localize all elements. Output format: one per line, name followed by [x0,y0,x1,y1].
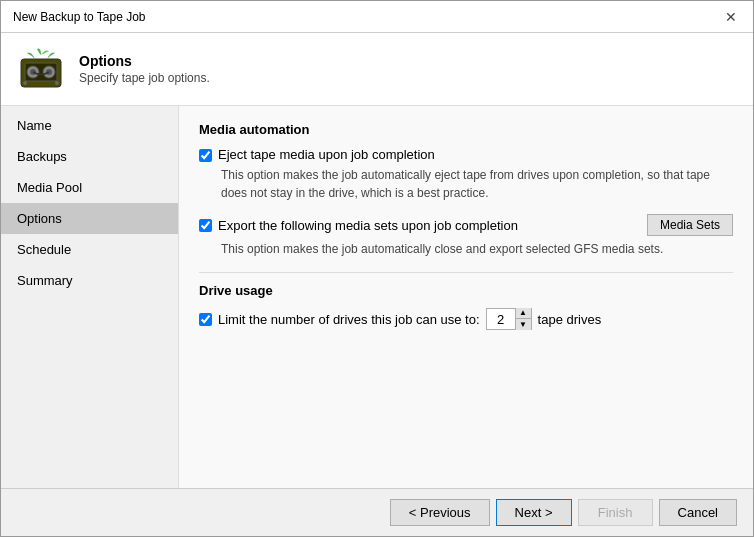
eject-label[interactable]: Eject tape media upon job completion [218,147,435,162]
drive-count-spinner: ▲ ▼ [486,308,532,330]
eject-checkbox[interactable] [199,149,212,162]
sidebar: Name Backups Media Pool Options Schedule… [1,106,179,488]
limit-drives-label[interactable]: Limit the number of drives this job can … [218,312,480,327]
tape-job-icon [17,45,65,93]
eject-option-row: Eject tape media upon job completion [199,147,733,162]
drive-usage-title: Drive usage [199,283,733,298]
header-subtitle: Specify tape job options. [79,71,210,85]
spinner-down-button[interactable]: ▼ [515,319,531,330]
sidebar-item-schedule[interactable]: Schedule [1,234,178,265]
drive-count-input[interactable] [487,309,515,329]
export-option-row: Export the following media sets upon job… [199,214,733,236]
export-left: Export the following media sets upon job… [199,218,518,233]
eject-description: This option makes the job automatically … [221,166,733,202]
body: Name Backups Media Pool Options Schedule… [1,106,753,488]
spinner-up-button[interactable]: ▲ [515,308,531,319]
svg-point-6 [23,81,27,85]
sidebar-item-media-pool[interactable]: Media Pool [1,172,178,203]
section-divider [199,272,733,273]
sidebar-item-name[interactable]: Name [1,110,178,141]
sidebar-item-summary[interactable]: Summary [1,265,178,296]
svg-point-7 [55,81,59,85]
dialog-footer: < Previous Next > Finish Cancel [1,488,753,536]
media-automation-title: Media automation [199,122,733,137]
cancel-button[interactable]: Cancel [659,499,737,526]
export-checkbox[interactable] [199,219,212,232]
spinner-buttons: ▲ ▼ [515,308,531,330]
dialog-window: New Backup to Tape Job ✕ [0,0,754,537]
media-sets-button[interactable]: Media Sets [647,214,733,236]
previous-button[interactable]: < Previous [390,499,490,526]
page-header: Options Specify tape job options. [1,33,753,106]
next-button[interactable]: Next > [496,499,572,526]
close-button[interactable]: ✕ [721,7,741,27]
tape-drives-label: tape drives [538,312,602,327]
title-bar: New Backup to Tape Job ✕ [1,1,753,33]
sidebar-item-backups[interactable]: Backups [1,141,178,172]
header-text: Options Specify tape job options. [79,53,210,85]
window-title: New Backup to Tape Job [13,10,146,24]
sidebar-item-options[interactable]: Options [1,203,178,234]
limit-drives-checkbox[interactable] [199,313,212,326]
drive-usage-row: Limit the number of drives this job can … [199,308,733,330]
export-label[interactable]: Export the following media sets upon job… [218,218,518,233]
content-area: Media automation Eject tape media upon j… [179,106,753,488]
export-description: This option makes the job automatically … [221,240,733,258]
header-title: Options [79,53,210,69]
finish-button[interactable]: Finish [578,499,653,526]
